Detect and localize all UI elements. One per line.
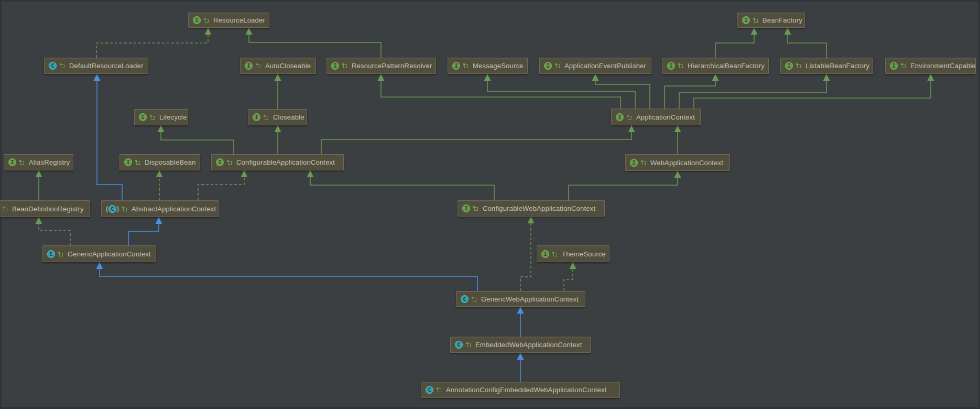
abstract-paren: ) — [117, 205, 119, 213]
lock-icon — [626, 114, 632, 120]
interface-icon: I — [245, 62, 253, 70]
uml-node-themesource[interactable]: IThemeSource — [537, 245, 609, 262]
node-label: ThemeSource — [562, 250, 606, 258]
interface-icon: I — [544, 62, 552, 70]
uml-node-genericapplicationcontext[interactable]: CGenericApplicationContext — [42, 245, 156, 262]
uml-node-webapplicationcontext[interactable]: IWebApplicationContext — [625, 154, 730, 171]
interface-icon: I — [785, 62, 793, 70]
uml-node-resourcepatternresolver[interactable]: IResourcePatternResolver — [326, 58, 436, 74]
edge-applicationcontext-to-listablebeanfactory — [679, 74, 826, 109]
uml-node-listablebeanfactory[interactable]: IListableBeanFactory — [780, 58, 873, 74]
uml-node-closeable[interactable]: ICloseable — [248, 109, 307, 125]
node-label: ResourceLoader — [213, 16, 265, 24]
lock-icon — [554, 63, 560, 69]
lock-icon — [2, 206, 8, 212]
uml-node-environmentcapable[interactable]: IEnvironmentCapable — [885, 58, 976, 74]
arrowhead-icon — [570, 262, 576, 269]
interface-icon: I — [742, 16, 750, 24]
edge-listablebeanfactory-to-beanfactory — [788, 28, 826, 58]
abstract-paren: ( — [106, 205, 108, 213]
lock-icon — [203, 17, 209, 23]
uml-node-genericwebapplicationcontext[interactable]: CGenericWebApplicationContext — [456, 291, 585, 307]
node-label: ConfigurableWebApplicationContext — [483, 204, 595, 212]
arrowhead-icon — [205, 28, 212, 35]
node-label: ListableBeanFactory — [805, 62, 869, 70]
abstract-class-icon: (C) — [106, 205, 119, 213]
lock-icon — [149, 114, 155, 120]
lock-icon — [465, 342, 471, 348]
lock-icon — [59, 63, 65, 69]
arrowhead-icon — [751, 28, 758, 35]
uml-node-resourceloader[interactable]: IResourceLoader — [188, 13, 269, 28]
interface-icon: I — [8, 158, 16, 166]
node-label: BeanDefinitionRegistry — [12, 205, 84, 213]
lock-icon — [58, 251, 63, 257]
arrowhead-icon — [378, 74, 385, 81]
arrowhead-icon — [156, 170, 163, 177]
edge-hierarchicalbeanfactory-to-beanfactory — [715, 28, 754, 58]
lock-icon — [255, 63, 261, 69]
arrowhead-icon — [275, 74, 281, 81]
arrowhead-icon — [307, 170, 314, 177]
lock-icon — [342, 63, 347, 69]
lock-icon — [640, 160, 646, 166]
node-label: AnnotationConfigEmbeddedWebApplicationCo… — [446, 386, 607, 394]
arrowhead-icon — [674, 171, 681, 178]
uml-node-lifecycle[interactable]: ILifecycle — [134, 109, 188, 125]
arrowhead-icon — [674, 125, 681, 132]
arrowhead-icon — [36, 170, 42, 177]
interface-icon: I — [331, 62, 339, 70]
uml-node-annotationconfigembeddedwebapplicationcontext[interactable]: CAnnotationConfigEmbeddedWebApplicationC… — [421, 382, 620, 398]
uml-node-beanfactory[interactable]: IBeanFactory — [737, 13, 805, 28]
class-icon: C — [455, 341, 463, 349]
uml-node-defaultresourceloader[interactable]: CDefaultResourceLoader — [44, 58, 148, 74]
uml-node-disposablebean[interactable]: IDisposableBean — [119, 154, 200, 170]
node-label: GenericApplicationContext — [68, 250, 151, 258]
node-label: DefaultResourceLoader — [69, 62, 144, 70]
uml-node-beandefinitionregistry[interactable]: IBeanDefinitionRegistry — [0, 200, 90, 217]
arrowhead-icon — [94, 74, 101, 81]
interface-icon: I — [193, 16, 201, 24]
class-icon: C — [426, 386, 433, 394]
edge-genericapplicationcontext-to-beandefinitionregistry — [39, 217, 70, 245]
lock-icon — [473, 206, 478, 211]
uml-node-autocloseable[interactable]: IAutoCloseable — [240, 58, 316, 74]
arrowhead-icon — [484, 74, 491, 81]
uml-node-configurablewebapplicationcontext[interactable]: IConfigurableWebApplicationContext — [458, 200, 605, 217]
edge-configurableapplicationcontext-to-applicationcontext — [321, 125, 631, 154]
lock-icon — [135, 159, 140, 165]
uml-node-embeddedwebapplicationcontext[interactable]: CEmbeddedWebApplicationContext — [450, 337, 591, 353]
interface-icon: I — [139, 113, 147, 121]
interface-icon: I — [452, 62, 460, 70]
edge-genericwebapplicationcontext-to-genericapplicationcontext — [100, 262, 477, 291]
node-label: Lifecycle — [159, 113, 187, 121]
arrowhead-icon — [156, 217, 162, 224]
arrowhead-icon — [36, 217, 42, 224]
lock-icon — [753, 17, 758, 23]
class-icon: C — [47, 250, 55, 258]
arrowhead-icon — [592, 74, 599, 81]
edge-applicationcontext-to-hierarchicalbeanfactory — [665, 74, 715, 109]
node-label: HierarchicalBeanFactory — [688, 62, 765, 70]
arrowhead-icon — [823, 74, 830, 81]
uml-node-applicationcontext[interactable]: IApplicationContext — [611, 109, 701, 125]
arrowhead-icon — [712, 74, 719, 81]
arrowhead-icon — [528, 217, 535, 223]
uml-node-aliasregistry[interactable]: IAliasRegistry — [4, 154, 73, 170]
node-label: ConfigurableApplicationContext — [236, 158, 335, 166]
uml-diagram-canvas[interactable]: IResourceLoaderIBeanFactoryCDefaultResou… — [0, 0, 980, 409]
node-label: ResourcePatternResolver — [352, 62, 432, 70]
edge-genericapplicationcontext-to-abstractapplicationcontext — [128, 217, 159, 245]
lock-icon — [436, 387, 442, 393]
edge-defaultresourceloader-to-resourceloader — [96, 28, 208, 58]
interface-icon: I — [890, 62, 898, 70]
uml-node-messagesource[interactable]: IMessageSource — [448, 58, 528, 74]
lock-icon — [678, 63, 683, 69]
uml-node-hierarchicalbeanfactory[interactable]: IHierarchicalBeanFactory — [662, 58, 769, 74]
uml-node-abstractapplicationcontext[interactable]: (C)AbstractApplicationContext — [101, 200, 219, 217]
uml-node-configurableapplicationcontext[interactable]: IConfigurableApplicationContext — [211, 154, 344, 170]
node-label: WebApplicationContext — [650, 159, 723, 167]
arrowhead-icon — [928, 74, 934, 81]
edge-configurablewebapplicationcontext-to-configurableapplicationcontext — [310, 170, 494, 200]
uml-node-applicationeventpublisher[interactable]: IApplicationEventPublisher — [539, 58, 651, 74]
